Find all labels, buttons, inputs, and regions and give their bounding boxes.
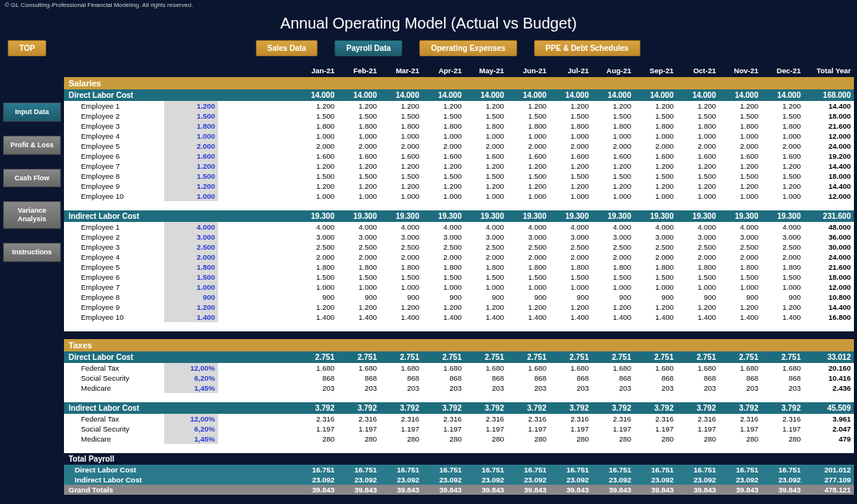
row-month: 868: [549, 373, 592, 383]
row-total: 48.000: [804, 222, 854, 232]
side-input-data[interactable]: Input Data: [3, 102, 61, 122]
row-rate[interactable]: 1.800: [164, 262, 218, 272]
row-month: 203: [338, 383, 380, 393]
row-rate[interactable]: 1.200: [164, 302, 218, 312]
row-month: 203: [549, 383, 592, 393]
row-rate[interactable]: 1.000: [164, 282, 218, 292]
row-rate[interactable]: 1.000: [164, 131, 218, 141]
row-month: 203: [295, 383, 338, 393]
row-month: 1.600: [422, 151, 465, 161]
row-month: 1.500: [422, 171, 465, 181]
row-month: 2.500: [380, 242, 422, 252]
row-month: 868: [422, 373, 465, 383]
table-row: Employee 32.5002.5002.5002.5002.5002.500…: [64, 242, 854, 252]
row-label: Employee 10: [64, 312, 164, 322]
row-rate[interactable]: 3.000: [164, 232, 218, 242]
row-month: 3.000: [549, 232, 592, 242]
row-month: 1.680: [761, 363, 804, 373]
row-rate[interactable]: 2.000: [164, 252, 218, 262]
row-month: 1.800: [295, 262, 338, 272]
row-total: 2.047: [804, 424, 854, 434]
row-month: 1.680: [465, 363, 507, 373]
row-total: 12.000: [804, 131, 854, 141]
table-row: Employee 51.8001.8001.8001.8001.8001.800…: [64, 262, 854, 272]
row-rate[interactable]: 12,00%: [164, 414, 218, 424]
row-month: 1.500: [380, 272, 422, 282]
top-button[interactable]: TOP: [8, 40, 46, 56]
table-row: Employee 52.0002.0002.0002.0002.0002.000…: [64, 141, 854, 151]
row-month: 1.200: [465, 302, 507, 312]
salaries-header: Salaries: [64, 77, 854, 89]
row-rate[interactable]: 1.500: [164, 171, 218, 181]
row-month: 2.316: [422, 414, 465, 424]
row-month: 2.000: [719, 141, 761, 151]
row-month: 1.600: [719, 151, 761, 161]
row-month: 1.500: [338, 272, 380, 282]
row-month: 4.000: [380, 222, 422, 232]
row-month: 1.500: [338, 111, 380, 121]
row-label: Employee 9: [64, 181, 164, 191]
row-rate[interactable]: 1.400: [164, 312, 218, 322]
row-rate[interactable]: 2.000: [164, 141, 218, 151]
row-month: 2.316: [380, 414, 422, 424]
row-rate[interactable]: 1.200: [164, 101, 218, 111]
row-rate[interactable]: 1,45%: [164, 383, 218, 393]
row-month: 2.500: [465, 242, 507, 252]
row-month: 4.000: [719, 222, 761, 232]
row-month: 2.000: [549, 252, 592, 262]
row-total: 18.000: [804, 272, 854, 282]
row-month: 1.200: [422, 302, 465, 312]
side-pl[interactable]: Profit & Loss: [3, 136, 61, 155]
row-month: 1.200: [719, 101, 761, 111]
row-rate[interactable]: 1.000: [164, 191, 218, 201]
row-month: 2.000: [761, 141, 804, 151]
table-row: Employee 23.0003.0003.0003.0003.0003.000…: [64, 232, 854, 242]
row-month: 1.200: [295, 161, 338, 171]
side-variance[interactable]: Variance Analysis: [3, 201, 61, 229]
row-month: 4.000: [677, 222, 719, 232]
side-instructions[interactable]: Instructions: [3, 243, 61, 262]
row-month: 1.200: [549, 101, 592, 111]
row-rate[interactable]: 1.500: [164, 272, 218, 282]
nav-sales[interactable]: Sales Data: [256, 40, 318, 56]
row-month: 1.800: [422, 121, 465, 131]
row-month: 1.000: [634, 191, 677, 201]
row-label: Social Security: [64, 424, 164, 434]
nav-payroll[interactable]: Payroll Data: [334, 40, 402, 56]
row-month: 1.500: [380, 171, 422, 181]
row-total: 14.400: [804, 161, 854, 171]
row-rate[interactable]: 6,20%: [164, 424, 218, 434]
nav-opex[interactable]: Operating Expenses: [419, 40, 517, 56]
row-rate[interactable]: 900: [164, 292, 218, 302]
row-month: 1.600: [592, 151, 634, 161]
row-total: 10.800: [804, 292, 854, 302]
row-month: 1.200: [507, 161, 549, 171]
row-month: 2.000: [634, 252, 677, 262]
side-cashflow[interactable]: Cash Flow: [3, 169, 61, 188]
row-month: 1.000: [338, 282, 380, 292]
row-month: 1.800: [338, 121, 380, 131]
row-total: 19.200: [804, 151, 854, 161]
row-rate[interactable]: 4.000: [164, 222, 218, 232]
row-rate[interactable]: 1.200: [164, 161, 218, 171]
nav-ppe[interactable]: PPE & Debt Schedules: [534, 40, 640, 56]
row-month: 3.000: [592, 232, 634, 242]
row-month: 2.000: [507, 252, 549, 262]
row-month: 1.200: [549, 181, 592, 191]
row-month: 4.000: [465, 222, 507, 232]
row-month: 3.000: [338, 232, 380, 242]
row-month: 868: [507, 373, 549, 383]
row-rate[interactable]: 1,45%: [164, 434, 218, 444]
row-month: 1.800: [761, 262, 804, 272]
row-month: 1.200: [338, 161, 380, 171]
row-month: 1.600: [465, 151, 507, 161]
row-rate[interactable]: 1.200: [164, 181, 218, 191]
row-rate[interactable]: 1.600: [164, 151, 218, 161]
row-rate[interactable]: 2.500: [164, 242, 218, 252]
row-rate[interactable]: 1.800: [164, 121, 218, 131]
row-rate[interactable]: 12,00%: [164, 363, 218, 373]
row-rate[interactable]: 1.500: [164, 111, 218, 121]
row-rate[interactable]: 6,20%: [164, 373, 218, 383]
row-month: 1.197: [549, 424, 592, 434]
row-month: 2.500: [422, 242, 465, 252]
